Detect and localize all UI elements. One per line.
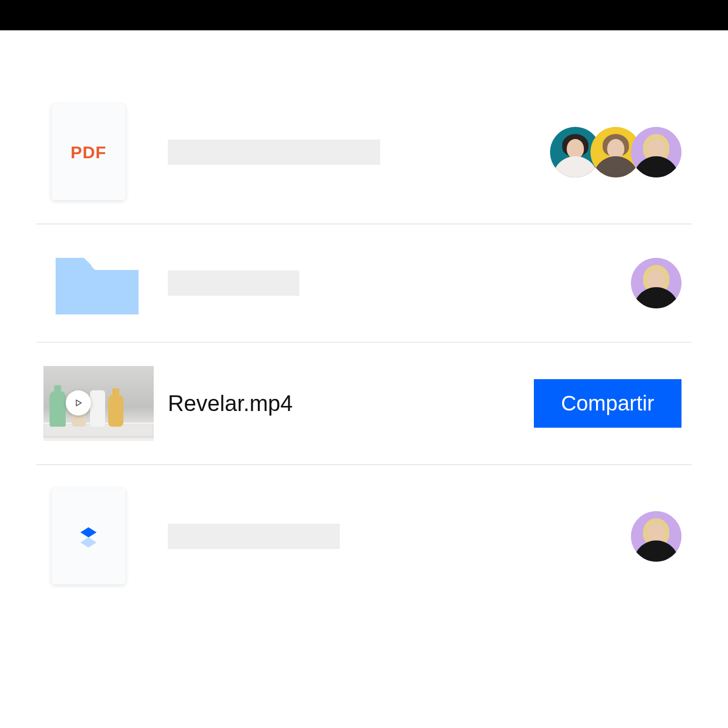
avatar[interactable] [631,511,681,562]
pdf-file-icon: PDF [52,104,125,200]
share-button[interactable]: Compartir [534,379,681,428]
file-row[interactable] [36,224,692,343]
file-row[interactable]: PDF [36,81,692,224]
file-row[interactable]: Revelar.mp4 Compartir [36,343,692,465]
dropbox-logo-icon [74,522,103,551]
filename-placeholder [168,270,299,296]
svg-marker-0 [80,527,97,537]
folder-icon [52,248,143,318]
dropbox-file-icon [52,488,125,584]
file-name: Revelar.mp4 [168,391,293,416]
play-icon [66,390,91,416]
avatar[interactable] [631,127,681,177]
collaborator-avatars [631,258,681,308]
collaborator-avatars [550,127,681,177]
avatar[interactable] [631,258,681,308]
window-top-bar [0,0,728,30]
video-thumbnail [43,366,154,441]
svg-marker-1 [80,537,97,548]
pdf-label: PDF [71,143,107,162]
collaborator-avatars [631,511,681,562]
file-list: PDF [0,30,728,608]
filename-placeholder [168,140,380,165]
file-row[interactable] [36,465,692,608]
filename-placeholder [168,524,340,549]
